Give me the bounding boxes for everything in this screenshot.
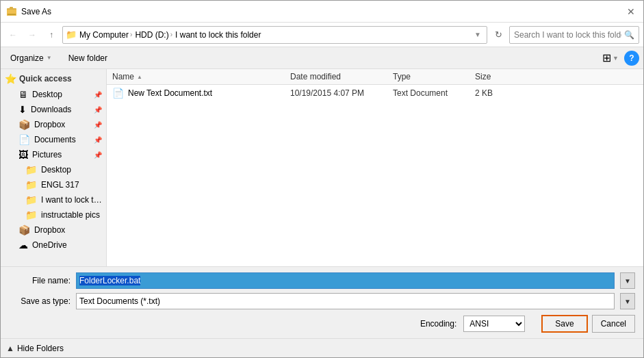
documents-icon: 📄 xyxy=(18,134,30,145)
refresh-button[interactable]: ↻ xyxy=(490,27,506,43)
address-bar: ← → ↑ 📁 My Computer › HDD (D:) › I want … xyxy=(1,23,643,47)
help-button[interactable]: ? xyxy=(624,51,639,66)
sidebar-item-onedrive[interactable]: ☁ OneDrive xyxy=(1,238,106,253)
file-list-body: 📄 New Text Document.txt 10/19/2015 4:07 … xyxy=(107,85,643,266)
back-button[interactable]: ← xyxy=(5,27,21,43)
column-size[interactable]: Size xyxy=(475,72,530,81)
view-icon: ⊞ xyxy=(602,51,611,64)
dialog-icon xyxy=(6,6,17,17)
forward-button[interactable]: → xyxy=(24,27,40,43)
file-list-container: Name ▲ Date modified Type Size 📄 New T xyxy=(107,69,643,266)
hide-folders-button[interactable]: ▲ Hide Folders xyxy=(6,344,64,353)
organize-chevron-icon: ▼ xyxy=(47,55,52,61)
savetype-label: Save as type: xyxy=(9,296,70,306)
sidebar-item-lockfolder[interactable]: 📁 I want to lock th... xyxy=(1,192,106,207)
pin-icon: 📌 xyxy=(94,136,102,144)
file-type-cell: Text Document xyxy=(393,88,475,98)
folder-icon: 📁 xyxy=(25,179,37,190)
file-size-cell: 2 KB xyxy=(475,88,530,98)
filename-dropdown[interactable]: ▼ xyxy=(620,272,635,289)
view-button[interactable]: ⊞ ▼ xyxy=(600,49,621,66)
main-content: ⭐ Quick access 🖥 Desktop 📌 ⬇ Downloads 📌… xyxy=(1,69,643,266)
sidebar-item-pictures[interactable]: 🖼 Pictures 📌 xyxy=(1,147,106,162)
pin-icon: 📌 xyxy=(94,151,102,159)
quick-access-icon: ⭐ xyxy=(5,73,16,84)
sort-chevron-icon: ▲ xyxy=(137,74,142,80)
cancel-button[interactable]: Cancel xyxy=(592,315,635,333)
dropbox-icon: 📦 xyxy=(18,225,30,235)
up-button[interactable]: ↑ xyxy=(43,27,60,43)
footer: ▲ Hide Folders xyxy=(1,338,643,357)
title-bar: Save As ✕ xyxy=(1,1,643,23)
action-row: Encoding: ANSI UTF-8 Unicode Save Cancel xyxy=(9,315,635,333)
file-date-cell: 10/19/2015 4:07 PM xyxy=(290,88,393,98)
downloads-icon: ⬇ xyxy=(18,104,27,115)
path-folder: I want to lock this folder xyxy=(175,30,261,40)
path-hdd: HDD (D:) › xyxy=(135,30,172,40)
dropbox-icon: 📦 xyxy=(18,119,30,130)
hide-folders-icon: ▲ xyxy=(6,344,14,353)
savetype-input[interactable] xyxy=(76,293,615,309)
sidebar-item-downloads[interactable]: ⬇ Downloads 📌 xyxy=(1,102,106,117)
pictures-icon: 🖼 xyxy=(18,149,28,160)
sidebar: ⭐ Quick access 🖥 Desktop 📌 ⬇ Downloads 📌… xyxy=(1,69,107,266)
folder-icon: 📁 xyxy=(25,164,37,175)
encoding-select[interactable]: ANSI UTF-8 Unicode xyxy=(463,316,525,332)
file-list-header: Name ▲ Date modified Type Size xyxy=(107,69,643,85)
filename-row: File name: ▼ xyxy=(9,272,635,289)
view-chevron-icon: ▼ xyxy=(613,55,619,62)
sidebar-item-desktop-pinned[interactable]: 🖥 Desktop 📌 xyxy=(1,87,106,102)
filename-label: File name: xyxy=(9,276,70,285)
path-folder-icon: 📁 xyxy=(66,29,77,40)
filename-input[interactable] xyxy=(76,272,615,289)
dialog-title: Save As xyxy=(21,7,51,16)
savetype-row: Save as type: ▼ xyxy=(9,293,635,309)
sidebar-item-dropbox[interactable]: 📦 Dropbox xyxy=(1,222,106,238)
search-box[interactable]: 🔍 xyxy=(509,26,639,44)
quick-access-header: ⭐ Quick access xyxy=(1,69,106,87)
pin-icon: 📌 xyxy=(94,121,102,129)
onedrive-icon: ☁ xyxy=(18,240,28,251)
folder-icon: 📁 xyxy=(25,194,37,205)
sidebar-item-documents[interactable]: 📄 Documents 📌 xyxy=(1,132,106,147)
path-mycomputer: My Computer › xyxy=(79,30,132,40)
sidebar-item-instructable[interactable]: 📁 instructable pics xyxy=(1,207,106,222)
encoding-label: Encoding: xyxy=(420,319,456,329)
svg-rect-2 xyxy=(10,7,13,10)
file-icon: 📄 xyxy=(112,88,124,99)
search-icon: 🔍 xyxy=(624,30,634,40)
search-input[interactable] xyxy=(514,30,621,40)
close-button[interactable]: ✕ xyxy=(624,5,638,18)
sidebar-item-desktop-folder[interactable]: 📁 Desktop xyxy=(1,162,106,177)
save-button[interactable]: Save xyxy=(541,315,587,333)
new-folder-button[interactable]: New folder xyxy=(63,51,113,65)
table-row[interactable]: 📄 New Text Document.txt 10/19/2015 4:07 … xyxy=(107,85,643,101)
toolbar-right: ⊞ ▼ ? xyxy=(600,49,639,66)
address-path[interactable]: 📁 My Computer › HDD (D:) › I want to loc… xyxy=(62,26,487,44)
savetype-dropdown[interactable]: ▼ xyxy=(620,293,635,309)
column-type[interactable]: Type xyxy=(393,72,475,81)
column-date-modified[interactable]: Date modified xyxy=(290,72,393,81)
save-as-dialog: Save As ✕ ← → ↑ 📁 My Computer › HDD (D:)… xyxy=(0,0,644,358)
pin-icon: 📌 xyxy=(94,106,102,114)
toolbar: Organize ▼ New folder ⊞ ▼ ? xyxy=(1,47,643,69)
file-name-cell: 📄 New Text Document.txt xyxy=(112,88,290,99)
folder-icon: 📁 xyxy=(25,209,37,220)
pin-icon: 📌 xyxy=(94,91,102,99)
sidebar-item-engl317[interactable]: 📁 ENGL 317 xyxy=(1,177,106,192)
sidebar-item-dropbox-pinned[interactable]: 📦 Dropbox 📌 xyxy=(1,117,106,132)
organize-button[interactable]: Organize ▼ xyxy=(5,51,57,65)
column-name[interactable]: Name ▲ xyxy=(112,72,290,81)
bottom-section: File name: ▼ Save as type: ▼ Encoding: A… xyxy=(1,266,643,338)
title-bar-left: Save As xyxy=(6,6,51,17)
path-dropdown[interactable]: ▼ xyxy=(472,29,484,41)
desktop-icon: 🖥 xyxy=(18,89,28,100)
svg-rect-3 xyxy=(8,14,16,15)
